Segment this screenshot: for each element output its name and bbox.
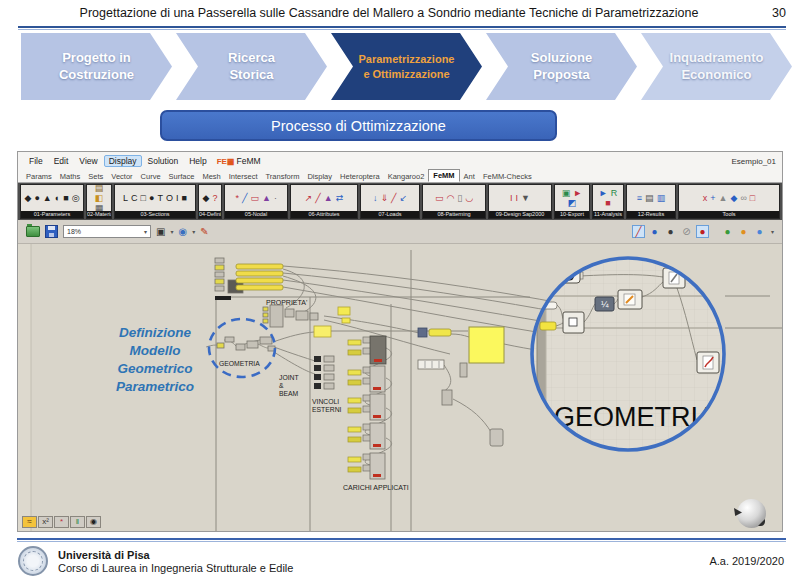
tool-icon[interactable]: ◆ xyxy=(24,194,31,203)
slider-group[interactable] xyxy=(236,264,283,290)
tool-icon[interactable]: ◡ xyxy=(465,194,473,203)
component-tab[interactable]: Curve xyxy=(137,171,165,182)
tool-icon[interactable]: ∙ xyxy=(274,194,277,203)
tool-icon[interactable]: ◩ xyxy=(568,199,577,208)
toolbar-group-label[interactable]: 10-Export xyxy=(555,211,589,218)
component-tab[interactable]: Kangaroo2 xyxy=(384,171,429,182)
status-toggle-icon[interactable]: ‖ xyxy=(70,516,85,528)
tool-icon[interactable]: ⇓ xyxy=(380,194,388,203)
tool-icon[interactable]: ◠ xyxy=(446,194,454,203)
femm-clusters[interactable] xyxy=(348,336,386,479)
tool-icon[interactable]: ■ xyxy=(605,199,610,208)
display-mode-icon[interactable]: ● xyxy=(737,225,750,238)
component-tab[interactable]: Heteroptera xyxy=(336,171,384,182)
tool-icon[interactable]: ▥ xyxy=(657,194,666,203)
component-tab[interactable]: FeMM-Checks xyxy=(479,171,536,182)
tool-icon[interactable]: ▤ xyxy=(645,194,654,203)
menu-item[interactable]: File xyxy=(24,155,48,167)
preview-eye-icon[interactable]: ◉ xyxy=(178,227,187,237)
tool-icon[interactable]: ▭ xyxy=(435,194,444,203)
display-mode-icon[interactable]: ● xyxy=(664,225,677,238)
zoom-level-dropdown[interactable]: 18% ▾ xyxy=(63,225,151,238)
tool-icon[interactable]: ▼ xyxy=(521,194,530,203)
toolbar-group-label[interactable]: 09-Design Sap2000 xyxy=(489,211,551,218)
tool-icon[interactable]: ● xyxy=(149,194,154,203)
tool-icon[interactable]: I xyxy=(176,194,179,203)
toolbar-group-label[interactable]: 05-Nodal xyxy=(225,211,287,218)
tool-icon[interactable]: ╱ xyxy=(391,194,396,203)
component-tab[interactable]: Intersect xyxy=(225,171,262,182)
toolbar-group-label[interactable]: 08-Patterning xyxy=(423,211,485,218)
toolbar-group-label[interactable]: 02-Materia.. xyxy=(87,211,111,218)
chevron-down-icon[interactable]: ▾ xyxy=(192,228,195,235)
toolbar-group-label[interactable]: 03-Sections xyxy=(115,211,195,218)
tool-icon[interactable]: O xyxy=(166,194,173,203)
component-tab[interactable]: Params xyxy=(22,171,56,182)
component-tab[interactable]: Display xyxy=(303,171,336,182)
tool-icon[interactable]: ▲ xyxy=(324,194,333,203)
tool-icon[interactable]: ▲ xyxy=(43,194,52,203)
tool-icon[interactable]: * xyxy=(236,194,240,203)
tool-icon[interactable]: T xyxy=(157,194,163,203)
tool-icon[interactable]: ⇄ xyxy=(336,194,344,203)
display-mode-icon[interactable]: ╱ xyxy=(632,225,645,238)
tool-icon[interactable]: ↗ xyxy=(305,194,313,203)
component-tab[interactable]: Mesh xyxy=(198,171,224,182)
tool-icon[interactable]: C xyxy=(131,194,138,203)
tool-icon[interactable]: □ xyxy=(141,194,146,203)
status-toggle-icon[interactable]: x² xyxy=(38,516,53,528)
tool-icon[interactable]: ▲ xyxy=(719,194,728,203)
display-mode-icon[interactable]: ● xyxy=(721,225,734,238)
tool-icon[interactable]: ■ xyxy=(181,194,186,203)
tool-icon[interactable]: + xyxy=(710,194,715,203)
toolbar-group-label[interactable]: 11-Analysis xyxy=(593,211,623,218)
tool-icon[interactable]: ▲ xyxy=(262,194,271,203)
tool-icon[interactable]: ▣ xyxy=(562,189,571,198)
toolbar-group-label[interactable]: 12-Results xyxy=(627,211,675,218)
component-tab[interactable]: FeMM xyxy=(428,169,459,182)
tool-icon[interactable]: ? xyxy=(212,194,217,203)
zoom-extents-icon[interactable]: ▣ xyxy=(156,227,165,237)
tool-icon[interactable]: I xyxy=(516,194,519,203)
menu-item[interactable]: Display xyxy=(104,155,142,167)
component-tab[interactable]: Surface xyxy=(165,171,199,182)
open-file-icon[interactable] xyxy=(26,226,40,237)
menu-item[interactable]: Help xyxy=(184,155,211,167)
toolbar-group-label[interactable]: 04-Defini.. xyxy=(199,211,221,218)
menu-item-femm[interactable]: FE▦ FeMM xyxy=(213,155,265,167)
tool-icon[interactable]: L xyxy=(123,194,128,203)
toolbar-group-label[interactable]: Tools xyxy=(679,211,779,218)
component-tab[interactable]: Sets xyxy=(84,171,107,182)
tool-icon[interactable]: □ xyxy=(750,194,755,203)
tool-icon[interactable]: ► xyxy=(599,189,608,198)
toolbar-group-label[interactable]: 01-Parameters xyxy=(21,211,83,218)
tool-icon[interactable]: ► xyxy=(573,189,582,198)
tool-icon[interactable]: ↙ xyxy=(399,194,407,203)
tool-icon[interactable]: x xyxy=(703,194,708,203)
toolbar-group-label[interactable]: 06-Attributes xyxy=(291,211,357,218)
sketch-pen-icon[interactable]: ✎ xyxy=(200,227,208,237)
component-tab[interactable]: Transform xyxy=(262,171,304,182)
display-mode-icon[interactable]: ⊘ xyxy=(680,225,693,238)
tool-icon[interactable]: ▤ xyxy=(95,185,104,193)
panel-nodes[interactable] xyxy=(314,307,504,446)
tool-icon[interactable]: ◆ xyxy=(730,194,737,203)
component-tab[interactable]: Ant xyxy=(460,171,479,182)
tool-icon[interactable]: ↓ xyxy=(373,194,378,203)
save-file-icon[interactable] xyxy=(45,225,58,238)
tool-icon[interactable]: ╱ xyxy=(315,194,320,203)
tool-icon[interactable]: I xyxy=(510,194,513,203)
navigation-ball[interactable] xyxy=(737,499,766,528)
tool-icon[interactable]: R xyxy=(611,189,618,198)
tool-icon[interactable]: ◧ xyxy=(95,194,104,203)
tool-icon[interactable]: ◐ xyxy=(55,194,60,203)
tool-icon[interactable]: ▭ xyxy=(250,194,259,203)
vincoli-nodes[interactable] xyxy=(314,356,334,389)
tool-icon[interactable]: ≡ xyxy=(637,194,642,203)
menu-item[interactable]: View xyxy=(74,155,102,167)
component-tab[interactable]: Maths xyxy=(56,171,84,182)
display-mode-icon[interactable]: ● xyxy=(753,225,766,238)
tool-icon[interactable]: ∞ xyxy=(740,194,746,203)
chevron-down-icon[interactable]: ▾ xyxy=(771,228,774,235)
status-toggle-icon[interactable]: * xyxy=(54,516,69,528)
